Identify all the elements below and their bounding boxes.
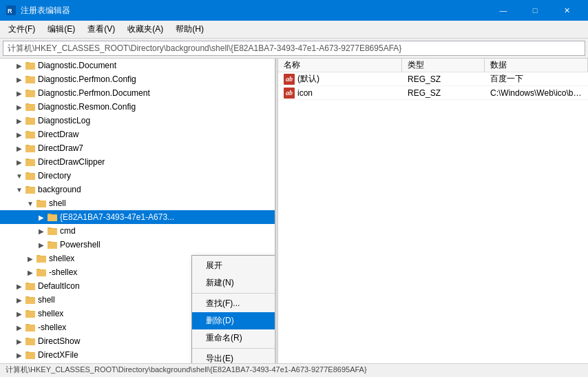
- expander[interactable]: ▶: [14, 156, 25, 167]
- folder-icon: [47, 239, 58, 250]
- expander[interactable]: ▶: [14, 60, 25, 71]
- tree-item-diag-perf-doc[interactable]: ▶ Diagnostic.Perfmon.Document: [0, 86, 275, 100]
- tree-item-label: Powershell: [60, 240, 275, 249]
- maximize-button[interactable]: □: [519, 0, 551, 21]
- expander[interactable]: ▶: [36, 225, 47, 236]
- folder-icon: [36, 253, 47, 264]
- expander[interactable]: ▶: [36, 212, 47, 223]
- reg-name-value: icon: [297, 88, 313, 97]
- close-button[interactable]: ✕: [551, 0, 582, 21]
- tree-item-directdrawclipper[interactable]: ▶ DirectDrawClipper: [0, 155, 275, 169]
- expander[interactable]: ▶: [14, 336, 25, 347]
- tree-item-label: DirectDrawClipper: [38, 157, 275, 167]
- tree-item-diag-log[interactable]: ▶ DiagnosticLog: [0, 114, 275, 128]
- ctx-rename[interactable]: 重命名(R): [192, 329, 275, 347]
- tree-item-directdraw[interactable]: ▶ DirectDraw: [0, 128, 275, 141]
- expander[interactable]: ▶: [14, 129, 25, 140]
- ctx-new[interactable]: 新建(N) ▶: [192, 274, 275, 292]
- tree-item-diag-doc[interactable]: ▶ Diagnostic.Document: [0, 59, 275, 72]
- folder-icon: [25, 170, 36, 181]
- ctx-delete[interactable]: 删除(D): [192, 312, 275, 329]
- folder-icon: [25, 74, 36, 85]
- tree-item-label: DirectDraw: [38, 130, 275, 139]
- menu-help[interactable]: 帮助(H): [170, 22, 209, 37]
- folder-icon: [25, 101, 36, 112]
- tree-item-diag-perf-cfg[interactable]: ▶ Diagnostic.Perfmon.Config: [0, 72, 275, 86]
- expander[interactable]: ▶: [14, 88, 25, 99]
- expander[interactable]: ▶: [14, 294, 25, 305]
- tree-item-label: background: [38, 185, 275, 194]
- ctx-sep-1: [192, 293, 275, 294]
- tree-pane[interactable]: ▶ Diagnostic.Document ▶ Diagnostic.Perfm…: [0, 59, 275, 363]
- menu-view[interactable]: 查看(V): [82, 22, 120, 37]
- expander[interactable]: ▼: [14, 184, 25, 195]
- folder-icon: [25, 308, 36, 319]
- reg-cell-name: abicon: [278, 86, 402, 100]
- col-header-name: 名称: [278, 59, 402, 72]
- reg-cell-data: C:\Windows\Web\ico\b.ico: [485, 87, 588, 99]
- reg-cell-type: REG_SZ: [402, 87, 485, 99]
- context-menu: 展开 新建(N) ▶ 查找(F)... 删除(D) 重命名(R) 导出(E) 权…: [191, 255, 275, 363]
- address-bar[interactable]: 计算机\HKEY_CLASSES_ROOT\Directory\backgrou…: [3, 41, 585, 56]
- minimize-button[interactable]: —: [487, 0, 519, 21]
- reg-icon: ab: [284, 88, 295, 99]
- app-icon: R: [6, 5, 17, 16]
- tree-item-directory[interactable]: ▼ Directory: [0, 169, 275, 183]
- expander[interactable]: ▶: [14, 322, 25, 333]
- reg-row[interactable]: ab(默认) REG_SZ 百度一下: [278, 72, 588, 86]
- right-pane-header: 名称 类型 数据: [278, 59, 588, 72]
- right-pane-content: ab(默认) REG_SZ 百度一下 abicon REG_SZ C:\Wind…: [278, 72, 588, 363]
- ctx-delete-label: 删除(D): [206, 315, 234, 327]
- expander[interactable]: ▶: [14, 281, 25, 292]
- expander[interactable]: ▶: [25, 267, 36, 278]
- expander[interactable]: ▶: [25, 253, 36, 264]
- address-text: 计算机\HKEY_CLASSES_ROOT\Directory\backgrou…: [8, 43, 401, 54]
- tree-item-background[interactable]: ▼ background: [0, 183, 275, 196]
- tree-item-label: Diagnostic.Perfmon.Config: [38, 74, 275, 84]
- tree-item-shell[interactable]: ▼ shell: [0, 196, 275, 210]
- ctx-new-label: 新建(N): [206, 277, 234, 289]
- ctx-export[interactable]: 导出(E): [192, 350, 275, 363]
- tree-item-cmd[interactable]: ▶ cmd: [0, 224, 275, 238]
- folder-icon: [47, 212, 58, 223]
- tree-item-label: DiagnosticLog: [38, 116, 275, 125]
- col-header-type: 类型: [402, 59, 485, 72]
- ctx-rename-label: 重命名(R): [206, 332, 242, 344]
- tree-item-guid[interactable]: ▶ {E82A1BA7-3493-47e1-A673...: [0, 210, 275, 224]
- reg-name-value: (默认): [297, 74, 319, 83]
- ctx-find-label: 查找(F)...: [206, 298, 240, 309]
- tree-item-diag-resmon[interactable]: ▶ Diagnostic.Resmon.Config: [0, 100, 275, 114]
- folder-icon: [36, 267, 47, 278]
- tree-item-label: Diagnostic.Perfmon.Document: [38, 88, 275, 98]
- expander[interactable]: ▶: [14, 101, 25, 112]
- menu-file[interactable]: 文件(F): [3, 22, 41, 37]
- expander[interactable]: ▶: [14, 308, 25, 319]
- ctx-find[interactable]: 查找(F)...: [192, 295, 275, 312]
- folder-icon: [25, 156, 36, 167]
- tree-item-label: Diagnostic.Resmon.Config: [38, 102, 275, 112]
- menu-favorites[interactable]: 收藏夹(A): [122, 22, 169, 37]
- tree-item-label: DirectDraw7: [38, 143, 275, 153]
- window-controls: — □ ✕: [487, 0, 582, 21]
- expander[interactable]: ▶: [14, 349, 25, 360]
- ctx-export-label: 导出(E): [206, 353, 233, 363]
- folder-icon: [36, 198, 47, 209]
- expander[interactable]: ▶: [14, 115, 25, 126]
- expander[interactable]: ▼: [25, 198, 36, 209]
- tree-item-powershell[interactable]: ▶ Powershell: [0, 238, 275, 252]
- folder-icon: [25, 281, 36, 292]
- folder-icon: [25, 60, 36, 71]
- tree-item-directdraw7[interactable]: ▶ DirectDraw7: [0, 141, 275, 155]
- expander[interactable]: ▼: [14, 170, 25, 181]
- menu-bar: 文件(F) 编辑(E) 查看(V) 收藏夹(A) 帮助(H): [0, 21, 588, 39]
- reg-row[interactable]: abicon REG_SZ C:\Windows\Web\ico\b.ico: [278, 86, 588, 100]
- expander[interactable]: ▶: [14, 143, 25, 154]
- folder-icon: [25, 88, 36, 99]
- ctx-expand[interactable]: 展开: [192, 257, 275, 274]
- expander[interactable]: ▶: [36, 239, 47, 250]
- reg-icon: ab: [284, 74, 295, 85]
- folder-icon: [47, 225, 58, 236]
- menu-edit[interactable]: 编辑(E): [42, 22, 81, 37]
- reg-cell-type: REG_SZ: [402, 73, 485, 85]
- expander[interactable]: ▶: [14, 74, 25, 85]
